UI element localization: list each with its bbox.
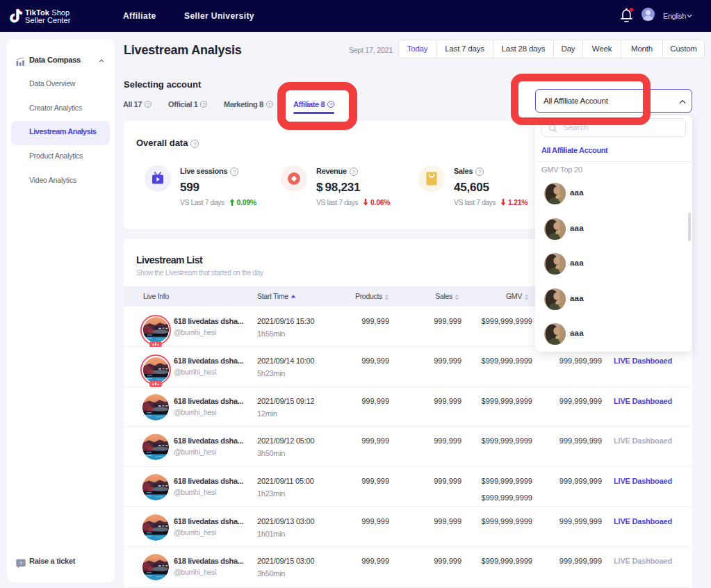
svg-text:?: ? xyxy=(19,560,23,566)
